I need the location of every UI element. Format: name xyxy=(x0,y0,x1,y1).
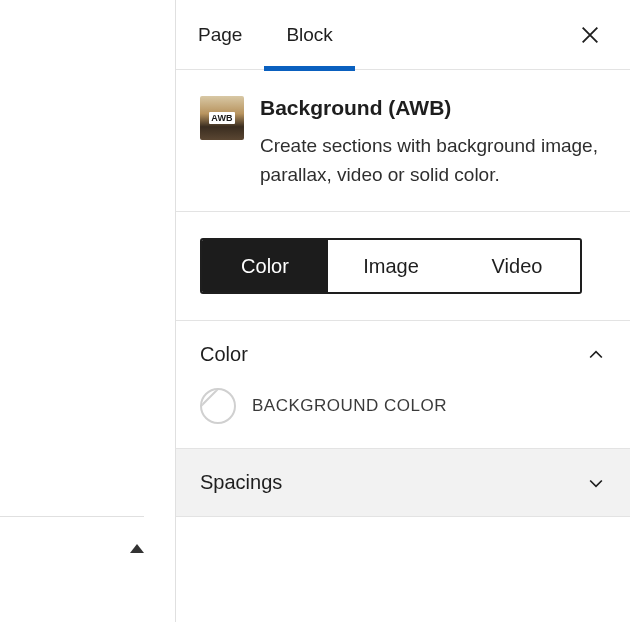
block-header-text: Background (AWB) Create sections with ba… xyxy=(260,96,606,189)
sidebar-panel: Page Block AWB Background (AWB) Create s… xyxy=(176,0,630,517)
awb-badge: AWB xyxy=(209,112,235,124)
sidebar-tabs: Page Block xyxy=(176,0,630,70)
tab-block[interactable]: Block xyxy=(264,0,354,70)
block-title: Background (AWB) xyxy=(260,96,606,120)
background-color-swatch[interactable] xyxy=(200,388,236,424)
section-color-title: Color xyxy=(200,343,248,366)
section-spacings: Spacings xyxy=(176,449,630,517)
type-option-image[interactable]: Image xyxy=(328,240,454,292)
background-color-label: BACKGROUND COLOR xyxy=(252,396,447,416)
gutter-divider xyxy=(0,516,144,517)
collapse-up-icon[interactable] xyxy=(130,544,144,553)
close-icon xyxy=(579,24,601,46)
section-spacings-title: Spacings xyxy=(200,471,282,494)
segmented-control: Color Image Video xyxy=(200,238,582,294)
close-sidebar-button[interactable] xyxy=(566,11,614,59)
editor-gutter xyxy=(0,0,176,622)
background-type-switch: Color Image Video xyxy=(176,212,630,321)
block-plugin-icon: AWB xyxy=(200,96,244,140)
block-header: AWB Background (AWB) Create sections wit… xyxy=(176,70,630,212)
type-option-color[interactable]: Color xyxy=(202,240,328,292)
section-color-header[interactable]: Color xyxy=(176,321,630,388)
section-color: Color BACKGROUND COLOR xyxy=(176,321,630,449)
chevron-up-icon xyxy=(586,345,606,365)
type-option-video[interactable]: Video xyxy=(454,240,580,292)
section-color-body: BACKGROUND COLOR xyxy=(176,388,630,448)
section-spacings-header[interactable]: Spacings xyxy=(176,449,630,516)
tab-page[interactable]: Page xyxy=(176,0,264,70)
chevron-down-icon xyxy=(586,473,606,493)
block-description: Create sections with background image, p… xyxy=(260,132,606,189)
